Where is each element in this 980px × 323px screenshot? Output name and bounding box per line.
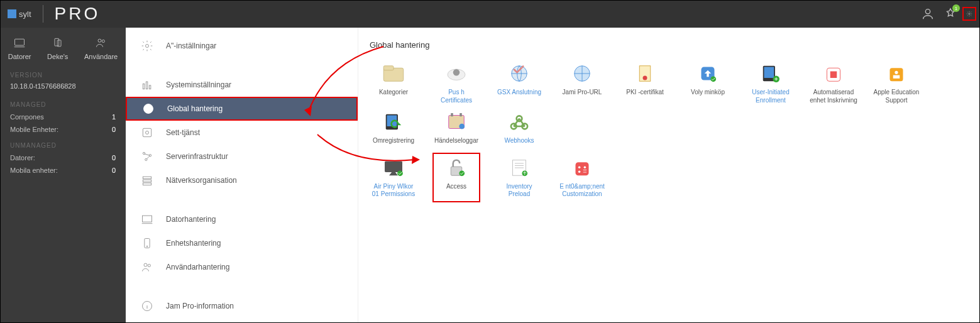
svg-point-35	[710, 76, 716, 82]
nav-self-service[interactable]: Sett-tjänst	[126, 121, 358, 145]
tile-push[interactable]: Pus h Certificates	[432, 62, 480, 104]
svg-rect-40	[830, 72, 837, 79]
nav-label: A"-inställningar	[166, 41, 216, 50]
jamf-url-icon	[569, 62, 595, 85]
svg-point-63	[584, 166, 586, 168]
settings-gear-icon[interactable]	[962, 7, 976, 21]
tile-label: User-Initiated Enrollment	[747, 89, 795, 104]
stat-row: Cornpones1	[0, 111, 126, 123]
webhooks-icon	[506, 111, 532, 133]
nav-network-org[interactable]: Nätverksorganisation	[126, 168, 358, 192]
topbar: sylt PRO 1	[0, 0, 980, 28]
nav-label: Global hantering	[167, 104, 223, 113]
tile-label: Webhooks	[504, 137, 534, 145]
rail-tab-label: Datorer	[8, 53, 31, 60]
tile-label: Jami Pro-URL	[563, 89, 602, 97]
tiles-row-1: KategorierPus h CertificatesGSX Anslutni…	[370, 62, 969, 145]
nav-server-infra[interactable]: Serverinfrastruktur	[126, 145, 358, 168]
enrollcust-icon	[569, 156, 595, 179]
tile-categories[interactable]: Kategorier	[370, 62, 417, 104]
nav-label: Sett-tjänst	[166, 128, 200, 137]
rail-tab-computers[interactable]: Datorer	[8, 36, 31, 60]
svg-point-5	[98, 39, 101, 42]
nav-global-management[interactable]: Global hantering	[126, 97, 358, 121]
svg-point-29	[453, 69, 460, 76]
tile-label: Apple Education Support	[873, 89, 920, 104]
tile-label: Inventory Preload	[495, 183, 543, 199]
brand-edition: PRO	[55, 4, 101, 24]
svg-rect-18	[143, 180, 151, 182]
notifications-icon[interactable]: 1	[944, 7, 957, 21]
tile-pki[interactable]: PKI -certifikat	[621, 62, 669, 104]
svg-rect-48	[451, 113, 453, 116]
nav-label: Systeminställningar	[166, 80, 231, 89]
topbar-actions: 1	[921, 7, 972, 21]
brand-text: sylt	[19, 9, 31, 19]
svg-point-1	[969, 13, 971, 15]
brand-icon	[8, 9, 16, 18]
tile-eventlogs[interactable]: Händelseloggar	[432, 111, 480, 145]
pki-icon	[632, 62, 658, 85]
tile-uie[interactable]: User-Initiated Enrollment	[747, 62, 795, 104]
svg-rect-19	[143, 183, 151, 185]
svg-rect-17	[143, 177, 151, 178]
svg-point-13	[146, 131, 149, 134]
nav-general-settings[interactable]: A"-inställningar	[126, 34, 358, 58]
svg-rect-49	[460, 113, 462, 116]
svg-rect-27	[383, 66, 394, 70]
tile-access[interactable]: Access	[432, 153, 480, 202]
brand-divider	[43, 5, 43, 23]
svg-rect-61	[576, 162, 589, 175]
tile-inventory[interactable]: Inventory Preload	[495, 156, 543, 199]
svg-point-7	[146, 45, 149, 48]
svg-rect-3	[55, 38, 59, 46]
user-icon[interactable]	[921, 7, 935, 21]
rail-tab-devices[interactable]: Deke's	[47, 36, 68, 60]
volume-icon	[695, 62, 721, 85]
tile-label: E nt0&amp;nent Customization	[558, 183, 606, 199]
tile-jamf-url[interactable]: Jami Pro-URL	[558, 62, 606, 104]
svg-rect-21	[145, 239, 150, 248]
svg-point-58	[459, 170, 465, 176]
tile-label: PKI -certifikat	[626, 89, 663, 97]
access-icon	[443, 156, 470, 179]
tile-auto-enroll[interactable]: Automatiserad enhet Inskrivning	[810, 62, 857, 104]
svg-point-23	[144, 263, 147, 266]
svg-rect-43	[893, 75, 900, 79]
tile-enrollcust[interactable]: E nt0&amp;nent Customization	[558, 156, 606, 199]
stat-row: Datorer:0	[0, 151, 126, 164]
nav-label: Enhetshantering	[166, 239, 221, 248]
tile-gsx[interactable]: GSX Anslutning	[495, 62, 543, 104]
svg-point-64	[578, 170, 581, 173]
svg-point-22	[146, 246, 148, 247]
rail-tab-users[interactable]: Användare	[84, 36, 118, 60]
nav-label: Serverinfrastruktur	[166, 152, 228, 161]
nav-user-mgmt[interactable]: Användarhantering	[126, 255, 358, 279]
svg-point-33	[643, 76, 647, 80]
tile-reenroll[interactable]: Omregistrering	[370, 111, 417, 145]
airplay-icon	[380, 156, 407, 179]
nav-device-mgmt[interactable]: Enhetshantering	[126, 231, 358, 255]
stat-row: Mobile Enheter:0	[0, 123, 126, 136]
nav-system-settings[interactable]: Systeminställningar	[126, 73, 358, 97]
nav-label: Användarhantering	[166, 263, 229, 271]
categories-icon	[380, 62, 407, 85]
inventory-icon	[506, 156, 532, 179]
content-area: Global hantering KategorierPus h Certifi…	[358, 28, 980, 323]
uie-icon	[757, 62, 784, 85]
tile-volume[interactable]: Voly minköp	[684, 62, 732, 104]
svg-rect-10	[149, 85, 151, 89]
tile-webhooks[interactable]: Webhooks	[495, 111, 543, 145]
notif-badge: 1	[952, 4, 960, 12]
aes-icon	[883, 62, 910, 85]
rail-tab-label: Användare	[84, 53, 118, 60]
content-title: Global hantering	[370, 40, 969, 50]
tile-label: Omregistrering	[373, 137, 414, 145]
tiles-row-2: Air Piny Wlkor 01 PermissionsAccessInven…	[370, 156, 969, 199]
nav-about[interactable]: Jam Pro-information	[126, 294, 358, 318]
svg-rect-37	[764, 67, 774, 79]
nav-computer-mgmt[interactable]: Datorhantering	[126, 207, 358, 231]
tile-airplay[interactable]: Air Piny Wlkor 01 Permissions	[370, 156, 417, 199]
svg-rect-12	[143, 128, 151, 136]
tile-aes[interactable]: Apple Education Support	[873, 62, 920, 104]
